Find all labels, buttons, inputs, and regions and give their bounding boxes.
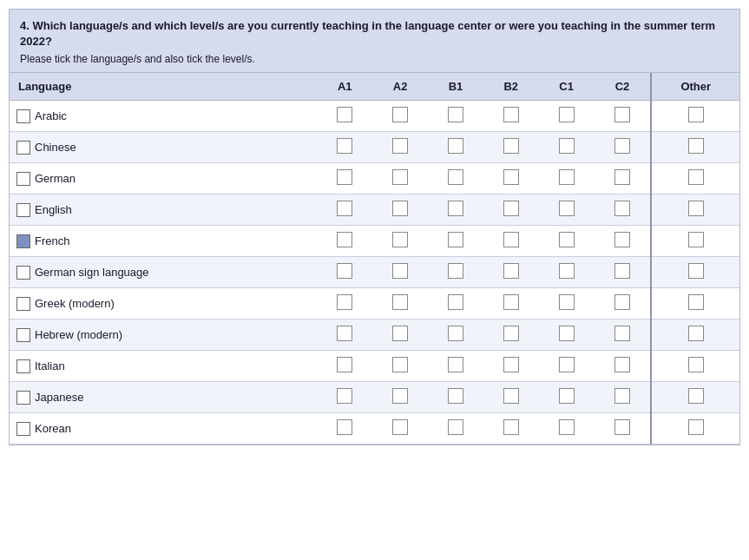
- other-checkbox-italian[interactable]: [688, 357, 704, 372]
- level-a2-cell: [372, 163, 428, 194]
- level-c2-checkbox[interactable]: [614, 107, 630, 122]
- level-a1-checkbox[interactable]: [337, 294, 352, 310]
- other-checkbox-greek-(modern)[interactable]: [688, 294, 704, 310]
- level-c2-checkbox[interactable]: [614, 294, 630, 310]
- lang-name: Arabic: [35, 109, 67, 122]
- level-a1-checkbox[interactable]: [337, 388, 352, 404]
- level-c1-checkbox[interactable]: [559, 294, 575, 310]
- level-c1-cell: [539, 382, 595, 413]
- level-a2-checkbox[interactable]: [392, 326, 408, 341]
- level-c1-checkbox[interactable]: [559, 201, 575, 216]
- level-b1-checkbox[interactable]: [448, 138, 463, 154]
- lang-checkbox-korean[interactable]: [16, 422, 30, 436]
- level-a2-checkbox[interactable]: [392, 419, 408, 435]
- level-a2-checkbox[interactable]: [392, 107, 408, 122]
- level-c1-checkbox[interactable]: [559, 326, 575, 341]
- level-b1-checkbox[interactable]: [448, 388, 463, 404]
- level-a2-checkbox[interactable]: [392, 294, 408, 310]
- level-a1-checkbox[interactable]: [337, 232, 352, 247]
- level-a1-checkbox[interactable]: [337, 419, 352, 435]
- level-a2-checkbox[interactable]: [392, 201, 408, 216]
- other-checkbox-arabic[interactable]: [688, 107, 704, 122]
- lang-checkbox-english[interactable]: [16, 203, 30, 217]
- level-b2-checkbox[interactable]: [503, 138, 519, 154]
- other-checkbox-japanese[interactable]: [688, 388, 704, 404]
- level-b2-checkbox[interactable]: [503, 326, 519, 341]
- lang-checkbox-german[interactable]: [16, 172, 30, 186]
- level-b1-checkbox[interactable]: [448, 357, 463, 372]
- level-c2-checkbox[interactable]: [614, 263, 630, 279]
- level-c2-checkbox[interactable]: [614, 357, 630, 372]
- level-c1-checkbox[interactable]: [559, 138, 575, 154]
- level-c1-cell: [539, 226, 595, 257]
- lang-checkbox-french[interactable]: [16, 234, 30, 248]
- level-b1-checkbox[interactable]: [448, 107, 463, 122]
- level-c2-checkbox[interactable]: [614, 232, 630, 247]
- level-c1-checkbox[interactable]: [559, 169, 575, 185]
- level-b2-checkbox[interactable]: [503, 169, 519, 185]
- level-a1-checkbox[interactable]: [337, 107, 352, 122]
- table-row: Italian: [10, 351, 739, 382]
- level-a2-cell: [372, 257, 428, 288]
- level-a1-checkbox[interactable]: [337, 201, 352, 216]
- level-a2-checkbox[interactable]: [392, 388, 408, 404]
- other-checkbox-german-sign-language[interactable]: [688, 263, 704, 279]
- level-b2-checkbox[interactable]: [503, 357, 519, 372]
- level-c1-checkbox[interactable]: [559, 388, 575, 404]
- level-b2-checkbox[interactable]: [503, 107, 519, 122]
- level-b2-checkbox[interactable]: [503, 201, 519, 216]
- level-c2-checkbox[interactable]: [614, 388, 630, 404]
- lang-checkbox-hebrew-(modern)[interactable]: [16, 328, 30, 342]
- other-checkbox-german[interactable]: [688, 169, 704, 185]
- level-b1-checkbox[interactable]: [448, 419, 463, 435]
- level-b1-checkbox[interactable]: [448, 294, 463, 310]
- other-checkbox-chinese[interactable]: [688, 138, 704, 154]
- level-c1-cell: [539, 413, 595, 445]
- lang-checkbox-chinese[interactable]: [16, 141, 30, 155]
- level-a2-checkbox[interactable]: [392, 263, 408, 279]
- level-c2-checkbox[interactable]: [614, 326, 630, 341]
- level-c1-checkbox[interactable]: [559, 232, 575, 247]
- level-a1-cell: [317, 132, 372, 163]
- level-a1-checkbox[interactable]: [337, 169, 352, 185]
- level-a1-checkbox[interactable]: [337, 326, 352, 341]
- lang-cell-german: German: [10, 163, 317, 194]
- level-a2-checkbox[interactable]: [392, 138, 408, 154]
- level-c2-checkbox[interactable]: [614, 138, 630, 154]
- level-b2-checkbox[interactable]: [503, 263, 519, 279]
- level-a1-checkbox[interactable]: [337, 138, 352, 154]
- level-c1-checkbox[interactable]: [559, 107, 575, 122]
- level-b2-checkbox[interactable]: [503, 419, 519, 435]
- level-c1-checkbox[interactable]: [559, 263, 575, 279]
- level-b2-checkbox[interactable]: [503, 388, 519, 404]
- level-c2-checkbox[interactable]: [614, 201, 630, 216]
- level-b1-checkbox[interactable]: [448, 326, 463, 341]
- lang-checkbox-japanese[interactable]: [16, 391, 30, 405]
- level-c2-checkbox[interactable]: [614, 419, 630, 435]
- level-c1-checkbox[interactable]: [559, 357, 575, 372]
- lang-checkbox-greek-(modern)[interactable]: [16, 297, 30, 311]
- level-b1-checkbox[interactable]: [448, 232, 463, 247]
- level-a1-checkbox[interactable]: [337, 263, 352, 279]
- level-c2-cell: [595, 132, 652, 163]
- other-checkbox-french[interactable]: [688, 232, 704, 247]
- level-c2-checkbox[interactable]: [614, 169, 630, 185]
- level-b2-checkbox[interactable]: [503, 232, 519, 247]
- level-b2-checkbox[interactable]: [503, 294, 519, 310]
- level-b1-checkbox[interactable]: [448, 169, 463, 185]
- level-a2-checkbox[interactable]: [392, 357, 408, 372]
- level-a2-checkbox[interactable]: [392, 232, 408, 247]
- other-checkbox-hebrew-(modern)[interactable]: [688, 326, 704, 341]
- lang-checkbox-italian[interactable]: [16, 359, 30, 373]
- level-b1-checkbox[interactable]: [448, 201, 463, 216]
- level-a1-checkbox[interactable]: [337, 357, 352, 372]
- lang-checkbox-german-sign-language[interactable]: [16, 266, 30, 280]
- lang-checkbox-arabic[interactable]: [16, 109, 30, 123]
- table-row: Japanese: [10, 382, 739, 413]
- level-b2-cell: [483, 320, 539, 351]
- level-a2-checkbox[interactable]: [392, 169, 408, 185]
- other-checkbox-english[interactable]: [688, 201, 704, 216]
- level-c1-checkbox[interactable]: [559, 419, 575, 435]
- other-checkbox-korean[interactable]: [688, 419, 704, 435]
- level-b1-checkbox[interactable]: [448, 263, 463, 279]
